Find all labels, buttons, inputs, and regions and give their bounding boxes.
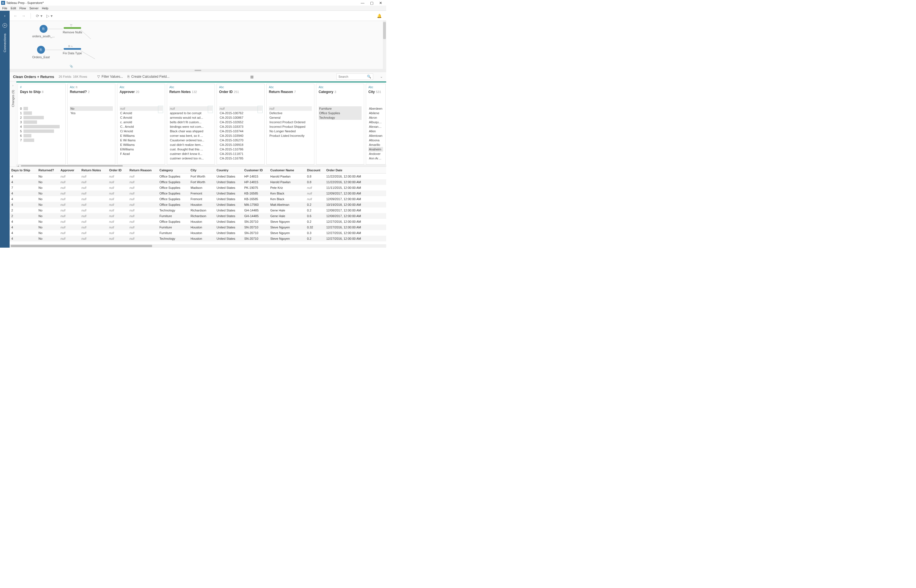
value-item[interactable]: Amarillo — [368, 142, 383, 147]
value-item[interactable]: Akron — [368, 115, 383, 120]
run-button[interactable]: ▷ ▾ — [46, 14, 53, 18]
collapse-chevron[interactable]: ⌄ — [380, 74, 383, 79]
layout-toggle[interactable]: ▦ — [250, 74, 254, 79]
value-item[interactable]: CA-2015-100867 — [219, 115, 262, 120]
value-item[interactable]: null — [269, 106, 312, 111]
value-item[interactable]: CA-2015-103373 — [219, 124, 262, 129]
value-item[interactable]: F Azad — [120, 152, 163, 156]
value-list[interactable]: AberdeenAbileneAkronAlbuquerquAlexandria… — [366, 105, 385, 164]
value-item[interactable]: Office Supplies — [318, 111, 362, 115]
value-item[interactable]: CA-2015-105270 — [219, 138, 262, 142]
menu-file[interactable]: File — [2, 6, 7, 10]
minimize-button[interactable]: — — [361, 1, 364, 5]
table-row[interactable]: 2NonullnullnullnullTechnologyRichardsonU… — [10, 207, 386, 213]
table-row[interactable]: 7NonullnullnullnullOffice SuppliesMadiso… — [10, 185, 386, 191]
value-item[interactable]: CA-2015-109918 — [219, 142, 262, 147]
value-item[interactable]: E Williams — [120, 142, 163, 147]
value-item[interactable]: appeared to be corrupt — [170, 111, 212, 115]
filter-values-button[interactable]: ▽ Filter Values... — [97, 74, 123, 79]
histogram-bar[interactable]: 5 — [20, 129, 63, 133]
profile-card[interactable]: #Days to Ship801234567 — [18, 84, 66, 165]
value-item[interactable]: CA-2015-102652 — [219, 120, 262, 124]
value-item[interactable]: Aberdeen — [368, 106, 383, 111]
value-list[interactable]: NoYes — [68, 105, 115, 164]
value-item[interactable]: CA-2015-116785 — [219, 156, 262, 161]
value-item[interactable]: Abilene — [368, 111, 383, 115]
value-item[interactable]: E Wi lliams — [120, 138, 163, 142]
value-item[interactable]: Albuquerqu — [368, 120, 383, 124]
profile-card[interactable]: Abc⎘Returned?2NoYes — [67, 84, 115, 165]
value-item[interactable]: Alexandria — [368, 124, 383, 129]
value-item[interactable]: EWilliams — [120, 147, 163, 152]
histogram-bar[interactable]: 0 — [20, 106, 63, 111]
menu-flow[interactable]: Flow — [19, 6, 26, 10]
value-item[interactable]: Furniture — [318, 106, 362, 111]
column-header[interactable]: Return Reason — [128, 168, 158, 172]
value-item[interactable]: Technology — [318, 115, 362, 120]
add-connection-button[interactable]: + — [3, 23, 7, 28]
value-list[interactable]: nullCA-2015-100762CA-2015-100867CA-2015-… — [217, 105, 264, 164]
value-item[interactable]: custmer ordered too m... — [170, 156, 212, 161]
value-item[interactable]: CA-2015-111871 — [219, 152, 262, 156]
flow-node-orders-east[interactable]: ⎘ Orders_East — [32, 46, 50, 59]
value-item[interactable]: null — [120, 106, 163, 111]
profile-card[interactable]: AbcOrder ID251nullCA-2015-100762CA-2015-… — [216, 84, 265, 165]
create-calc-field-button[interactable]: ⎘ Create Calculated Field... — [128, 74, 170, 79]
histogram-bar[interactable]: 2 — [20, 115, 63, 120]
forward-button[interactable]: → — [21, 14, 26, 18]
histogram-bar[interactable]: 4 — [20, 124, 63, 129]
value-item[interactable]: cust didn't realize item... — [170, 142, 212, 147]
value-list[interactable]: 01234567 — [18, 105, 65, 164]
menu-edit[interactable]: Edit — [11, 6, 16, 10]
search-input[interactable] — [338, 75, 367, 78]
column-header[interactable]: Approver — [59, 168, 80, 172]
column-header[interactable]: Returned? — [37, 168, 59, 172]
value-item[interactable]: cust. thought that this ... — [170, 147, 212, 152]
histogram-bar[interactable]: 6 — [20, 133, 63, 138]
value-item[interactable]: No — [70, 106, 113, 111]
value-item[interactable]: General — [269, 115, 312, 120]
value-item[interactable]: Andover — [368, 152, 383, 156]
table-row[interactable]: 2NonullnullnullnullFurnitureRichardsonUn… — [10, 213, 386, 219]
table-row[interactable]: 4NonullnullnullnullOffice SuppliesFremon… — [10, 191, 386, 196]
canvas-scrollbar[interactable] — [383, 21, 386, 69]
flow-canvas[interactable]: ▽ ⎘ ⇅ 📎 ⎘ orders_south_... Remove Nulls … — [10, 21, 386, 69]
value-item[interactable]: C/ Arnold — [120, 129, 163, 133]
value-item[interactable]: Allen — [368, 129, 383, 133]
value-list[interactable]: nullC ArnoldC Arnoldc. arnoldC.. ArnoldC… — [117, 105, 165, 164]
column-header[interactable]: Order ID — [107, 168, 128, 172]
table-row[interactable]: 4NonullnullnullnullOffice SuppliesHousto… — [10, 219, 386, 225]
value-item[interactable]: C Arnold — [120, 111, 163, 115]
value-item[interactable]: Incorrect Product Ordered — [269, 120, 312, 124]
table-row[interactable]: 4NonullnullnullnullOffice SuppliesHousto… — [10, 202, 386, 207]
value-item[interactable]: corner was bent, so it ... — [170, 133, 212, 138]
profile-card[interactable]: AbcCategory3FurnitureOffice SuppliesTech… — [316, 84, 364, 165]
column-header[interactable]: Country — [215, 168, 242, 172]
value-item[interactable]: Defective — [269, 111, 312, 115]
value-item[interactable]: E Williams — [120, 133, 163, 138]
table-row[interactable]: 4NonullnullnullnullOffice SuppliesFort W… — [10, 174, 386, 179]
profile-hscroll[interactable]: ◄ — [16, 165, 386, 166]
refresh-button[interactable]: ⟳ ▾ — [36, 14, 42, 18]
value-item[interactable]: Csustomer ordered too... — [170, 138, 212, 142]
column-header[interactable]: Discount — [305, 168, 325, 172]
back-button[interactable]: ← — [14, 14, 18, 18]
pane-divider[interactable] — [10, 69, 386, 72]
profile-card[interactable]: AbcReturn Notes132nullappeared to be cor… — [167, 84, 215, 165]
maximize-button[interactable]: ▢ — [370, 1, 373, 5]
column-header[interactable]: Days to Ship — [10, 168, 37, 172]
column-header[interactable]: Customer ID — [242, 168, 268, 172]
value-item[interactable]: CA-2015-103744 — [219, 129, 262, 133]
flow-node-orders-south[interactable]: ⎘ orders_south_... — [32, 25, 55, 38]
value-item[interactable]: null — [219, 106, 262, 111]
table-row[interactable]: 4NonullnullnullnullFurnitureHoustonUnite… — [10, 230, 386, 236]
histogram-bar[interactable]: 3 — [20, 120, 63, 124]
value-item[interactable]: Allentown — [368, 133, 383, 138]
value-item[interactable]: armrests would not ad... — [170, 115, 212, 120]
value-list[interactable]: nullDefectiveGeneralIncorrect Product Or… — [267, 105, 314, 164]
column-header[interactable]: Order Date — [325, 168, 373, 172]
value-item[interactable]: bindings were not com... — [170, 124, 212, 129]
value-item[interactable]: Yes — [70, 111, 113, 115]
value-item[interactable]: Incorrect Product Shipped — [269, 124, 312, 129]
sidebar-toggle[interactable]: › — [0, 11, 10, 21]
